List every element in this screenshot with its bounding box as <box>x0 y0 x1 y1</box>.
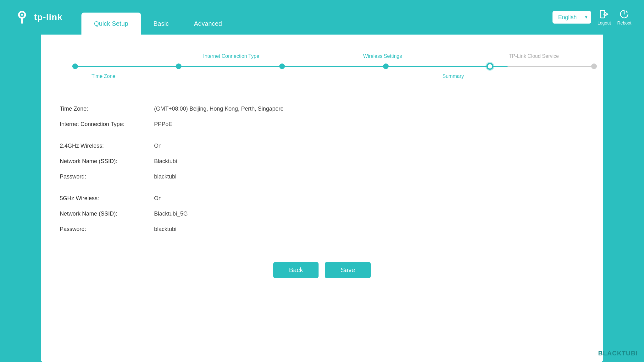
progress-track <box>72 62 597 71</box>
field-row-wifi24: 2.4GHz Wireless: On <box>60 138 584 154</box>
back-button[interactable]: Back <box>273 262 319 278</box>
progress-dot-4 <box>383 63 389 69</box>
svg-rect-2 <box>21 17 23 24</box>
password24-label: Password: <box>60 173 154 180</box>
tplink-logo-icon <box>13 8 31 27</box>
field-row-password5: Password: blacktubi <box>60 222 584 237</box>
progress-dot-1 <box>72 63 78 69</box>
watermark: BLACKTUBI <box>598 350 638 357</box>
progress-labels-top: Internet Connection Type Wireless Settin… <box>60 53 584 59</box>
logo-area: tp-link <box>13 8 63 27</box>
button-row: Back Save <box>60 262 584 278</box>
ssid5-value: Blacktubi_5G <box>154 211 188 217</box>
field-row-password24: Password: blacktubi <box>60 169 584 184</box>
logout-label: Logout <box>597 20 611 25</box>
logo-text: tp-link <box>34 12 63 22</box>
reboot-button[interactable]: Reboot <box>617 9 631 25</box>
progress-dot-5 <box>486 63 493 70</box>
wifi24-value: On <box>154 143 162 149</box>
logout-button[interactable]: Logout <box>597 9 611 25</box>
svg-point-1 <box>21 14 23 16</box>
main-content: Internet Connection Type Wireless Settin… <box>41 35 603 362</box>
header: tp-link Quick Setup Basic Advanced Engli… <box>0 0 644 35</box>
field-row-connection-type: Internet Connection Type: PPPoE <box>60 117 584 132</box>
password24-value: blacktubi <box>154 173 176 180</box>
progress-label-internet: Internet Connection Type <box>181 53 282 59</box>
wifi5-label: 5GHz Wireless: <box>60 195 154 202</box>
password5-label: Password: <box>60 226 154 233</box>
ssid24-value: Blacktubi <box>154 158 177 165</box>
connection-type-label: Internet Connection Type: <box>60 121 154 128</box>
timezone-label: Time Zone: <box>60 106 154 112</box>
password5-value: blacktubi <box>154 226 176 233</box>
summary-grid: Time Zone: (GMT+08:00) Beijing, Hong Kon… <box>60 95 584 243</box>
ssid5-label: Network Name (SSID): <box>60 211 154 217</box>
save-button[interactable]: Save <box>325 262 371 278</box>
timezone-value: (GMT+08:00) Beijing, Hong Kong, Perth, S… <box>154 106 284 112</box>
bottom-label-timezone: Time Zone <box>60 74 147 79</box>
progress-label-cloud: TP-Link Cloud Service <box>483 53 584 59</box>
field-row-ssid24: Network Name (SSID): Blacktubi <box>60 154 584 169</box>
logout-icon <box>599 9 609 19</box>
connection-type-value: PPPoE <box>154 121 172 128</box>
wifi24-label: 2.4GHz Wireless: <box>60 143 154 149</box>
ssid24-label: Network Name (SSID): <box>60 158 154 165</box>
reboot-icon <box>619 9 629 19</box>
tab-basic[interactable]: Basic <box>141 13 181 35</box>
language-select[interactable]: English Chinese French German Spanish <box>552 11 591 24</box>
field-row-wifi5: 5GHz Wireless: On <box>60 191 584 206</box>
field-row-timezone: Time Zone: (GMT+08:00) Beijing, Hong Kon… <box>60 101 584 117</box>
reboot-label: Reboot <box>617 20 631 25</box>
progress-section: Internet Connection Type Wireless Settin… <box>60 47 584 82</box>
tab-advanced[interactable]: Advanced <box>181 13 235 35</box>
field-row-ssid5: Network Name (SSID): Blacktubi_5G <box>60 206 584 222</box>
progress-labels-bottom: Time Zone Summary <box>60 74 584 79</box>
header-right: English Chinese French German Spanish Lo… <box>552 9 631 25</box>
language-selector-wrapper: English Chinese French German Spanish <box>552 11 591 24</box>
tab-quick-setup[interactable]: Quick Setup <box>81 13 141 35</box>
progress-dot-2 <box>176 63 181 69</box>
nav-tabs: Quick Setup Basic Advanced <box>81 0 235 35</box>
progress-dot-6 <box>591 63 597 69</box>
progress-label-wireless: Wireless Settings <box>332 53 433 59</box>
wifi5-value: On <box>154 195 162 202</box>
bottom-label-summary: Summary <box>409 74 497 79</box>
progress-dot-3 <box>279 63 285 69</box>
